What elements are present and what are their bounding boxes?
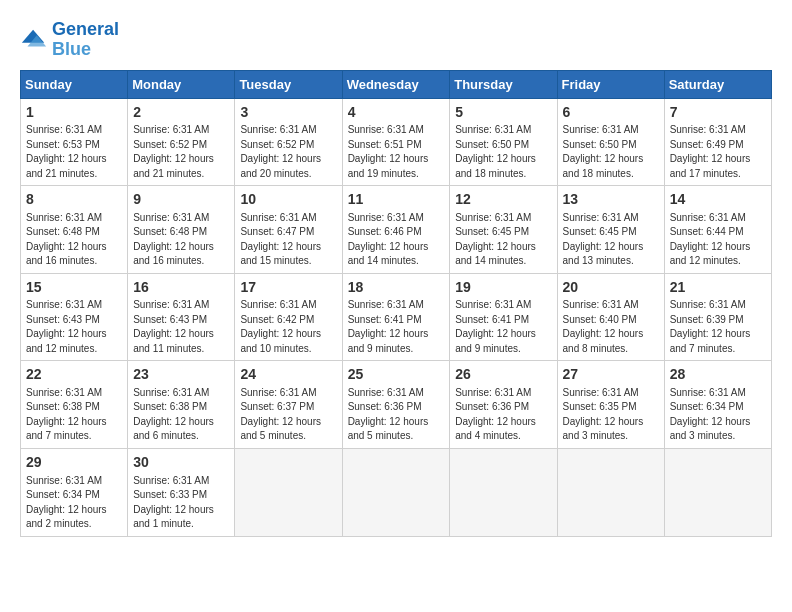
calendar-cell xyxy=(235,448,342,536)
calendar-cell: 11Sunrise: 6:31 AMSunset: 6:46 PMDayligh… xyxy=(342,186,450,274)
day-info: Sunrise: 6:31 AMSunset: 6:43 PMDaylight:… xyxy=(133,298,229,356)
day-number: 23 xyxy=(133,365,229,385)
day-number: 21 xyxy=(670,278,766,298)
day-number: 22 xyxy=(26,365,122,385)
day-info: Sunrise: 6:31 AMSunset: 6:48 PMDaylight:… xyxy=(26,211,122,269)
day-info: Sunrise: 6:31 AMSunset: 6:50 PMDaylight:… xyxy=(563,123,659,181)
calendar-cell: 17Sunrise: 6:31 AMSunset: 6:42 PMDayligh… xyxy=(235,273,342,361)
day-info: Sunrise: 6:31 AMSunset: 6:44 PMDaylight:… xyxy=(670,211,766,269)
day-info: Sunrise: 6:31 AMSunset: 6:50 PMDaylight:… xyxy=(455,123,551,181)
day-number: 10 xyxy=(240,190,336,210)
day-number: 13 xyxy=(563,190,659,210)
day-info: Sunrise: 6:31 AMSunset: 6:35 PMDaylight:… xyxy=(563,386,659,444)
calendar-cell: 14Sunrise: 6:31 AMSunset: 6:44 PMDayligh… xyxy=(664,186,771,274)
day-info: Sunrise: 6:31 AMSunset: 6:33 PMDaylight:… xyxy=(133,474,229,532)
calendar-cell xyxy=(557,448,664,536)
day-number: 4 xyxy=(348,103,445,123)
day-number: 17 xyxy=(240,278,336,298)
calendar-cell: 26Sunrise: 6:31 AMSunset: 6:36 PMDayligh… xyxy=(450,361,557,449)
calendar-header-row: SundayMondayTuesdayWednesdayThursdayFrid… xyxy=(21,70,772,98)
calendar-cell: 3Sunrise: 6:31 AMSunset: 6:52 PMDaylight… xyxy=(235,98,342,186)
calendar-cell: 9Sunrise: 6:31 AMSunset: 6:48 PMDaylight… xyxy=(128,186,235,274)
calendar-cell: 27Sunrise: 6:31 AMSunset: 6:35 PMDayligh… xyxy=(557,361,664,449)
calendar-cell: 5Sunrise: 6:31 AMSunset: 6:50 PMDaylight… xyxy=(450,98,557,186)
calendar-cell xyxy=(664,448,771,536)
calendar-cell: 18Sunrise: 6:31 AMSunset: 6:41 PMDayligh… xyxy=(342,273,450,361)
day-info: Sunrise: 6:31 AMSunset: 6:41 PMDaylight:… xyxy=(348,298,445,356)
day-info: Sunrise: 6:31 AMSunset: 6:40 PMDaylight:… xyxy=(563,298,659,356)
day-number: 12 xyxy=(455,190,551,210)
column-header-tuesday: Tuesday xyxy=(235,70,342,98)
logo-text: General Blue xyxy=(52,20,119,60)
day-number: 19 xyxy=(455,278,551,298)
column-header-thursday: Thursday xyxy=(450,70,557,98)
calendar-cell xyxy=(342,448,450,536)
calendar-cell: 10Sunrise: 6:31 AMSunset: 6:47 PMDayligh… xyxy=(235,186,342,274)
day-info: Sunrise: 6:31 AMSunset: 6:36 PMDaylight:… xyxy=(455,386,551,444)
day-number: 29 xyxy=(26,453,122,473)
calendar-cell: 22Sunrise: 6:31 AMSunset: 6:38 PMDayligh… xyxy=(21,361,128,449)
calendar-cell: 19Sunrise: 6:31 AMSunset: 6:41 PMDayligh… xyxy=(450,273,557,361)
day-info: Sunrise: 6:31 AMSunset: 6:34 PMDaylight:… xyxy=(26,474,122,532)
calendar-cell: 1Sunrise: 6:31 AMSunset: 6:53 PMDaylight… xyxy=(21,98,128,186)
calendar-cell: 29Sunrise: 6:31 AMSunset: 6:34 PMDayligh… xyxy=(21,448,128,536)
week-row-1: 1Sunrise: 6:31 AMSunset: 6:53 PMDaylight… xyxy=(21,98,772,186)
logo-icon xyxy=(20,26,48,54)
week-row-4: 22Sunrise: 6:31 AMSunset: 6:38 PMDayligh… xyxy=(21,361,772,449)
day-number: 28 xyxy=(670,365,766,385)
day-number: 16 xyxy=(133,278,229,298)
day-number: 8 xyxy=(26,190,122,210)
day-number: 18 xyxy=(348,278,445,298)
day-number: 15 xyxy=(26,278,122,298)
day-info: Sunrise: 6:31 AMSunset: 6:36 PMDaylight:… xyxy=(348,386,445,444)
day-number: 26 xyxy=(455,365,551,385)
calendar-cell: 12Sunrise: 6:31 AMSunset: 6:45 PMDayligh… xyxy=(450,186,557,274)
day-info: Sunrise: 6:31 AMSunset: 6:46 PMDaylight:… xyxy=(348,211,445,269)
day-number: 3 xyxy=(240,103,336,123)
day-info: Sunrise: 6:31 AMSunset: 6:49 PMDaylight:… xyxy=(670,123,766,181)
calendar-cell: 15Sunrise: 6:31 AMSunset: 6:43 PMDayligh… xyxy=(21,273,128,361)
day-info: Sunrise: 6:31 AMSunset: 6:47 PMDaylight:… xyxy=(240,211,336,269)
calendar-cell: 16Sunrise: 6:31 AMSunset: 6:43 PMDayligh… xyxy=(128,273,235,361)
day-number: 25 xyxy=(348,365,445,385)
week-row-2: 8Sunrise: 6:31 AMSunset: 6:48 PMDaylight… xyxy=(21,186,772,274)
day-info: Sunrise: 6:31 AMSunset: 6:42 PMDaylight:… xyxy=(240,298,336,356)
day-number: 7 xyxy=(670,103,766,123)
day-number: 6 xyxy=(563,103,659,123)
calendar-cell: 20Sunrise: 6:31 AMSunset: 6:40 PMDayligh… xyxy=(557,273,664,361)
calendar-cell xyxy=(450,448,557,536)
calendar-cell: 28Sunrise: 6:31 AMSunset: 6:34 PMDayligh… xyxy=(664,361,771,449)
day-info: Sunrise: 6:31 AMSunset: 6:39 PMDaylight:… xyxy=(670,298,766,356)
column-header-saturday: Saturday xyxy=(664,70,771,98)
day-info: Sunrise: 6:31 AMSunset: 6:34 PMDaylight:… xyxy=(670,386,766,444)
calendar-cell: 2Sunrise: 6:31 AMSunset: 6:52 PMDaylight… xyxy=(128,98,235,186)
day-info: Sunrise: 6:31 AMSunset: 6:53 PMDaylight:… xyxy=(26,123,122,181)
page-header: General Blue xyxy=(20,20,772,60)
column-header-monday: Monday xyxy=(128,70,235,98)
day-info: Sunrise: 6:31 AMSunset: 6:37 PMDaylight:… xyxy=(240,386,336,444)
day-number: 11 xyxy=(348,190,445,210)
day-number: 2 xyxy=(133,103,229,123)
day-number: 5 xyxy=(455,103,551,123)
calendar-table: SundayMondayTuesdayWednesdayThursdayFrid… xyxy=(20,70,772,537)
day-info: Sunrise: 6:31 AMSunset: 6:38 PMDaylight:… xyxy=(133,386,229,444)
day-number: 30 xyxy=(133,453,229,473)
day-info: Sunrise: 6:31 AMSunset: 6:38 PMDaylight:… xyxy=(26,386,122,444)
logo: General Blue xyxy=(20,20,119,60)
day-info: Sunrise: 6:31 AMSunset: 6:43 PMDaylight:… xyxy=(26,298,122,356)
column-header-wednesday: Wednesday xyxy=(342,70,450,98)
day-number: 24 xyxy=(240,365,336,385)
column-header-friday: Friday xyxy=(557,70,664,98)
calendar-cell: 24Sunrise: 6:31 AMSunset: 6:37 PMDayligh… xyxy=(235,361,342,449)
week-row-5: 29Sunrise: 6:31 AMSunset: 6:34 PMDayligh… xyxy=(21,448,772,536)
calendar-cell: 7Sunrise: 6:31 AMSunset: 6:49 PMDaylight… xyxy=(664,98,771,186)
day-number: 9 xyxy=(133,190,229,210)
day-info: Sunrise: 6:31 AMSunset: 6:48 PMDaylight:… xyxy=(133,211,229,269)
day-number: 27 xyxy=(563,365,659,385)
column-header-sunday: Sunday xyxy=(21,70,128,98)
day-info: Sunrise: 6:31 AMSunset: 6:41 PMDaylight:… xyxy=(455,298,551,356)
week-row-3: 15Sunrise: 6:31 AMSunset: 6:43 PMDayligh… xyxy=(21,273,772,361)
day-number: 20 xyxy=(563,278,659,298)
day-info: Sunrise: 6:31 AMSunset: 6:45 PMDaylight:… xyxy=(563,211,659,269)
day-info: Sunrise: 6:31 AMSunset: 6:51 PMDaylight:… xyxy=(348,123,445,181)
